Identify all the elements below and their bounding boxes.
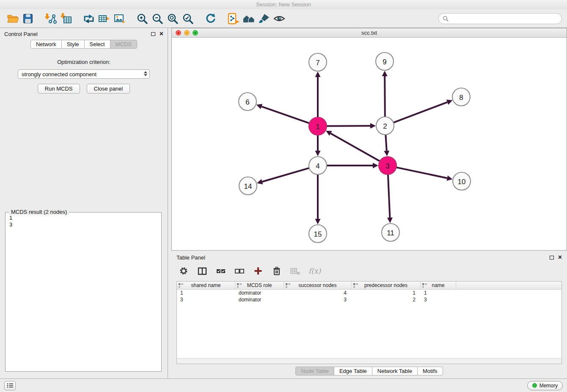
memory-button[interactable]: Memory <box>527 381 563 390</box>
tab-mcds[interactable]: MCDS <box>110 40 137 49</box>
close-table-panel-icon[interactable]: × <box>558 255 562 259</box>
table-cell: 3 <box>284 296 352 303</box>
edge-1-4[interactable] <box>315 135 321 156</box>
table-cell: 3 <box>421 296 456 303</box>
unselect-all-columns-icon[interactable] <box>234 265 245 276</box>
edge-1-6[interactable] <box>256 104 309 123</box>
edge-4-3[interactable] <box>327 163 378 168</box>
node-label: 4 <box>316 162 319 170</box>
node-10[interactable]: 10 <box>453 172 471 190</box>
network-canvas[interactable]: 7968124314101511 <box>172 38 567 250</box>
table-horizontal-scrollbar[interactable] <box>177 358 561 364</box>
node-15[interactable]: 15 <box>309 225 327 243</box>
create-column-plus-icon[interactable] <box>253 265 264 276</box>
new-network-icon[interactable] <box>81 11 96 26</box>
node-3[interactable]: 3 <box>379 157 396 174</box>
select-stepper-icon <box>144 71 147 76</box>
tab-select[interactable]: Select <box>84 40 110 49</box>
mcds-result-lines[interactable]: 13 <box>6 213 161 230</box>
tab-node-table[interactable]: Node Table <box>295 367 334 375</box>
network-window-titlebar[interactable]: × − + scc.txt <box>172 28 567 38</box>
edge-3-11[interactable] <box>387 174 393 223</box>
search-field[interactable] <box>438 13 562 24</box>
control-panel-title: Control Panel <box>4 31 38 37</box>
node-table-body: 1dominator4113dominator323 <box>177 290 561 303</box>
edge-2-8[interactable] <box>394 99 453 122</box>
zoom-fit-icon[interactable] <box>165 11 180 26</box>
export-image-icon[interactable] <box>112 11 127 26</box>
table-toolbar: f(x) <box>171 262 567 279</box>
column-header-name[interactable]: name <box>421 282 456 289</box>
node-8[interactable]: 8 <box>452 88 470 106</box>
optimization-criterion-select[interactable]: strongly connected component <box>18 69 150 79</box>
mcds-result-box: MCDS result (2 nodes) 13 <box>5 212 162 372</box>
column-header-shared-name[interactable]: shared name <box>177 282 235 289</box>
table-panel: Table Panel × <box>171 252 567 376</box>
column-header-mcds-role[interactable]: MCDS role <box>235 282 284 289</box>
import-table-icon[interactable] <box>58 11 74 26</box>
window-title: Session: New Session <box>256 1 311 8</box>
run-mcds-button[interactable]: Run MCDS <box>38 84 80 94</box>
maximize-window-icon[interactable]: + <box>193 30 198 36</box>
delete-column-trash-icon[interactable] <box>271 265 282 276</box>
node-6[interactable]: 6 <box>239 93 256 110</box>
optimization-criterion-label: Optimization criterion: <box>0 59 168 65</box>
select-all-columns-icon[interactable] <box>215 265 226 276</box>
node-1[interactable]: 1 <box>309 117 327 135</box>
node-7[interactable]: 7 <box>309 53 327 71</box>
node-label: 11 <box>387 229 394 237</box>
node-table[interactable]: shared nameMCDS rolesuccessor nodesprede… <box>176 281 562 364</box>
close-panel-icon[interactable]: × <box>160 32 163 36</box>
refresh-icon[interactable] <box>203 11 218 26</box>
node-9[interactable]: 9 <box>376 52 394 70</box>
home-icon[interactable] <box>241 11 256 26</box>
import-network-icon[interactable] <box>43 11 58 26</box>
node-14[interactable]: 14 <box>239 177 257 195</box>
node-4[interactable]: 4 <box>309 157 327 174</box>
node-label: 9 <box>383 58 386 66</box>
status-bar: Memory <box>0 378 567 392</box>
node-2[interactable]: 2 <box>376 117 394 135</box>
apply-style-icon[interactable] <box>256 11 272 26</box>
minimize-window-icon[interactable]: − <box>184 30 190 36</box>
close-panel-button[interactable]: Close panel <box>87 84 130 94</box>
tab-motifs[interactable]: Motifs <box>417 367 443 375</box>
float-table-panel-icon[interactable] <box>550 256 554 259</box>
table-row[interactable]: 3dominator323 <box>177 296 561 303</box>
zoom-in-icon[interactable] <box>135 11 150 26</box>
zoom-selected-icon[interactable] <box>180 11 195 26</box>
table-row[interactable]: 1dominator411 <box>177 290 561 296</box>
edge-3-1[interactable] <box>326 131 380 161</box>
edge-2-9[interactable] <box>382 71 388 117</box>
show-columns-icon[interactable] <box>197 265 208 276</box>
float-panel-icon[interactable] <box>151 32 155 36</box>
save-session-icon[interactable] <box>20 11 36 26</box>
zoom-out-icon[interactable] <box>150 11 165 26</box>
edge-2-3[interactable] <box>384 135 389 156</box>
window-titlebar[interactable]: Session: New Session <box>0 0 567 9</box>
tab-style[interactable]: Style <box>61 40 85 49</box>
column-header-predecessor-nodes[interactable]: predecessor nodes <box>352 282 421 289</box>
tab-network-table[interactable]: Network Table <box>372 367 418 375</box>
table-cell: 2 <box>352 296 421 303</box>
tab-edge-table[interactable]: Edge Table <box>334 367 372 375</box>
export-table-icon[interactable] <box>96 11 112 26</box>
table-settings-gear-icon[interactable] <box>178 265 189 276</box>
edge-3-10[interactable] <box>396 167 453 181</box>
edge-1-2[interactable] <box>327 123 376 129</box>
share-document-icon[interactable] <box>226 11 241 26</box>
edge-4-15[interactable] <box>315 174 321 224</box>
tab-network[interactable]: Network <box>30 40 62 49</box>
task-history-list-icon[interactable] <box>4 381 16 390</box>
table-cell: 3 <box>177 296 235 303</box>
open-file-icon[interactable] <box>5 11 20 26</box>
search-input[interactable] <box>449 15 558 22</box>
network-view-window: × − + scc.txt 7968124314101511 <box>171 28 567 251</box>
edge-1-7[interactable] <box>315 72 321 117</box>
close-window-icon[interactable]: × <box>176 30 181 36</box>
show-hide-icon[interactable] <box>272 11 287 26</box>
edge-4-14[interactable] <box>257 168 309 185</box>
node-11[interactable]: 11 <box>382 224 399 241</box>
table-cell: dominator <box>235 290 284 296</box>
column-header-successor-nodes[interactable]: successor nodes <box>284 282 352 289</box>
